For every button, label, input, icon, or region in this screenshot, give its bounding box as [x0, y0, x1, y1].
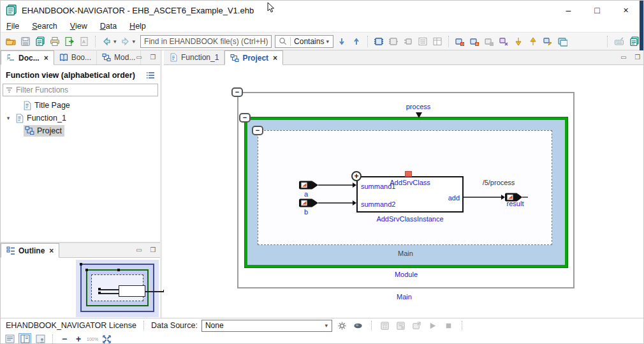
tree-item-function-1[interactable]: ▾ Function_1 [1, 112, 160, 124]
find-previous-icon[interactable] [350, 35, 363, 48]
view-menu-icon[interactable] [146, 71, 155, 79]
result-label: result [496, 200, 534, 207]
print-icon[interactable] [48, 35, 61, 48]
calibration-disabled-icon[interactable] [379, 320, 391, 331]
sub-block-disabled-icon[interactable] [402, 35, 414, 48]
port-a-label: a [293, 190, 319, 198]
show-extra-disabled-icon[interactable] [483, 35, 495, 48]
show-annotations-icon[interactable]: A [468, 35, 481, 48]
navigate-up-icon[interactable] [527, 35, 539, 48]
outline-panel: Outline × ▭ ❒ [1, 242, 160, 318]
tree-item-project[interactable]: Project [1, 124, 160, 137]
keyboard-shortcuts-icon[interactable] [613, 35, 626, 48]
data-source-settings-icon[interactable] [336, 320, 348, 331]
export-experiment-disabled-icon[interactable] [411, 320, 423, 331]
breakpoint-marker[interactable] [405, 171, 412, 177]
tab-outline[interactable]: Outline × [1, 243, 59, 258]
show-data-icon[interactable]: D [453, 35, 466, 48]
panel-minimize-icon[interactable]: ▭ [619, 52, 628, 61]
stop-experiment-disabled-icon[interactable] [443, 320, 455, 331]
panel-maximize-icon[interactable]: ❒ [149, 52, 157, 61]
menu-search[interactable]: Search [32, 22, 57, 31]
outline-thumbnail[interactable] [76, 260, 159, 317]
ehandbook-file-icon[interactable] [34, 35, 47, 48]
menu-help[interactable]: Help [129, 22, 146, 31]
port-b-label: b [293, 208, 319, 216]
find-next-icon[interactable] [335, 35, 348, 48]
expand-block-button[interactable]: + [351, 171, 362, 181]
contains-dropdown[interactable]: Contains [294, 37, 324, 46]
split-view-icon[interactable] [18, 333, 31, 344]
module-view-disabled-icon[interactable] [387, 35, 400, 48]
presenter-view-icon[interactable] [34, 333, 47, 344]
navigate-down-icon[interactable] [512, 35, 525, 48]
zoom-reset-button[interactable]: 100% [87, 337, 98, 341]
process-label: process [380, 103, 457, 110]
list-view-disabled-icon[interactable] [416, 35, 429, 48]
panel-maximize-icon[interactable]: ❒ [633, 52, 642, 61]
tab-project[interactable]: Project × [224, 50, 283, 65]
tab-book-view[interactable]: Boo... [54, 50, 97, 64]
model-view-icon[interactable] [372, 35, 385, 48]
cross-references-icon[interactable] [497, 35, 510, 48]
close-button[interactable]: × [611, 1, 640, 20]
panel-minimize-icon[interactable]: ▭ [135, 52, 143, 61]
tree-item-title-page[interactable]: Title Page [1, 99, 160, 112]
data-source-select[interactable]: None ▾ [201, 320, 332, 332]
start-experiment-disabled-icon[interactable] [427, 320, 439, 331]
collapse-module-button[interactable]: − [239, 113, 251, 123]
divider [52, 334, 53, 343]
ehandbook-window-icon[interactable] [628, 35, 641, 48]
panel-minimize-icon[interactable]: ▭ [135, 245, 143, 254]
open-in-window-icon[interactable] [556, 35, 569, 48]
menu-data[interactable]: Data [100, 22, 117, 31]
outline-tab-strip: Outline × ▭ ❒ [1, 243, 160, 258]
tab-label: Project [242, 54, 268, 63]
chevron-down-icon[interactable]: ▾ [4, 115, 12, 121]
pdf-export-icon[interactable]: A [78, 35, 91, 48]
menu-view[interactable]: View [70, 22, 87, 31]
toolbar-separator [607, 36, 608, 47]
measurement-disabled-icon[interactable] [395, 320, 407, 331]
maximize-button[interactable]: □ [583, 1, 611, 20]
tab-function-1[interactable]: Function_1 [164, 50, 224, 64]
collapse-main-button[interactable]: − [252, 126, 263, 135]
mouse-cursor [267, 2, 275, 13]
open-file-icon[interactable] [4, 35, 17, 48]
menu-bar: File Search View Data Help [1, 20, 644, 32]
forward-icon[interactable] [119, 35, 132, 48]
book-icon [59, 53, 68, 62]
filter-functions-input[interactable] [16, 86, 155, 94]
outline-icon [6, 246, 15, 255]
visualization-icon[interactable] [352, 320, 364, 331]
contains-caret-icon[interactable]: ▾ [326, 38, 329, 45]
tab-close-icon[interactable]: × [49, 246, 54, 255]
table-view-disabled-icon[interactable] [431, 35, 444, 48]
forward-history-caret-icon[interactable]: ▾ [133, 38, 136, 45]
back-history-caret-icon[interactable]: ▾ [113, 38, 117, 45]
minimize-button[interactable]: – [554, 1, 583, 20]
menu-file[interactable]: File [6, 22, 19, 31]
tab-document-view[interactable]: Doc... × [1, 50, 54, 65]
navigate-ref-icon[interactable] [541, 35, 554, 48]
tab-close-icon[interactable]: × [273, 54, 277, 63]
find-input[interactable] [140, 35, 272, 48]
diagram-canvas[interactable]: process − − − [164, 65, 644, 318]
collapse-project-button[interactable]: − [231, 87, 243, 97]
fit-to-view-icon[interactable] [101, 334, 113, 344]
function-tree: Title Page ▾ Function_1 Project [1, 99, 160, 137]
left-panel: Doc... × Boo... Mod... ▭ ❒ Function view… [1, 50, 162, 318]
zoom-in-button[interactable]: + [73, 334, 84, 344]
svg-text:D: D [461, 42, 464, 46]
single-page-view-icon[interactable] [3, 333, 16, 344]
tab-label: Function_1 [181, 53, 219, 62]
editor-tab-strip: Function_1 Project × ▭ ❒ [164, 50, 644, 65]
addsrvclass-block[interactable]: AddSrvClass summand1 summand2 add [356, 176, 464, 213]
zoom-out-button[interactable]: − [59, 334, 70, 344]
panel-maximize-icon[interactable]: ❒ [149, 245, 157, 254]
export-icon[interactable] [63, 35, 76, 48]
back-icon[interactable] [100, 35, 113, 48]
document-icon [169, 53, 178, 62]
tab-close-icon[interactable]: × [44, 54, 48, 63]
save-icon[interactable] [19, 35, 32, 48]
